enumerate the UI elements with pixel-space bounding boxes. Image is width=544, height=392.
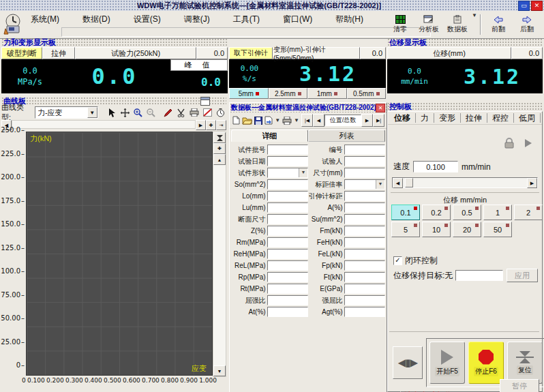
field-input[interactable]: ▼ [344, 272, 385, 282]
plot-area[interactable]: 力(kN) 应变 [26, 132, 213, 376]
field-input[interactable]: ▼ [267, 249, 308, 259]
data-tab[interactable]: 列表 [308, 130, 385, 142]
field-input[interactable]: ▼ [344, 214, 385, 224]
tensile-mode-button[interactable]: 拉伸 [42, 47, 75, 59]
field-input[interactable]: ▼ [267, 214, 308, 224]
close-button[interactable]: ✕ [531, 1, 543, 11]
nav-prev-icon[interactable]: ◀ [313, 114, 324, 127]
speed-preset-button[interactable]: 0.2 [422, 205, 451, 220]
minimize-button[interactable]: ▭ [518, 1, 530, 11]
timer-icon[interactable] [215, 107, 226, 118]
hscroll-track[interactable] [12, 120, 196, 129]
range-tab[interactable]: 2.5mm [269, 88, 308, 99]
data-board-button[interactable]: 数据板 [443, 12, 472, 37]
field-input[interactable]: ▼ [344, 307, 385, 317]
field-input[interactable]: ▼ [344, 145, 385, 155]
zoom-vertical-icon[interactable]: ✚ [213, 143, 226, 154]
field-input[interactable]: ▼ [267, 226, 308, 236]
nav-first-icon[interactable]: |◀ [301, 114, 313, 127]
slider-thumb[interactable] [405, 178, 413, 187]
export-dropdown-icon[interactable]: ▼ [275, 117, 280, 123]
field-input[interactable]: ▼ [344, 191, 385, 201]
data-tab[interactable]: 详细 [231, 130, 308, 142]
analysis-board-button[interactable]: 分析板 [414, 12, 443, 37]
menu-item[interactable]: 工具(T) [231, 13, 262, 26]
curve-hscrollbar[interactable]: ◀ ▶ ✚ ⇥ [1, 120, 226, 129]
hold-target-input[interactable] [455, 270, 503, 281]
nav-last-icon[interactable]: ▶| [373, 114, 384, 127]
field-input[interactable]: ▼ [344, 226, 385, 236]
open-file-icon[interactable] [242, 115, 252, 126]
apply-button[interactable]: 应用 [507, 269, 538, 282]
scroll-down-icon[interactable]: ▼ [213, 365, 226, 376]
clear-zero-button[interactable]: 清零 [386, 12, 414, 37]
menu-item[interactable]: 窗口(W) [281, 13, 314, 26]
break-judge-button[interactable]: 破型判断 [1, 47, 42, 59]
zoom-in-icon[interactable] [132, 107, 144, 118]
field-input[interactable]: ▼ [344, 156, 385, 166]
print-icon[interactable] [188, 107, 200, 118]
control-tab[interactable]: 变形 [434, 113, 461, 123]
speed-preset-button[interactable]: 50 [483, 222, 512, 237]
menu-item[interactable]: 系统(M) [29, 13, 61, 26]
field-input[interactable]: ▼ [267, 145, 308, 155]
speed-preset-button[interactable]: 1 [483, 205, 512, 220]
data-panel-close-icon[interactable]: ✕ [376, 104, 385, 112]
board-dropdown-icon[interactable]: ▼ [472, 12, 477, 37]
start-button[interactable]: 开始F5 [429, 342, 465, 384]
field-input[interactable]: ▼ [267, 237, 308, 247]
speed-slider[interactable]: ◀ ▶ [392, 177, 538, 188]
speed-preset-button[interactable]: 10 [422, 222, 451, 237]
pen-tool-icon[interactable] [162, 107, 174, 118]
field-input[interactable]: ▼ [267, 179, 308, 190]
field-input[interactable]: ▼ [344, 168, 385, 178]
curve-type-select[interactable]: 力-应变 ▼ [35, 106, 98, 119]
field-input[interactable]: ▼ [267, 156, 308, 166]
zoom-out-icon[interactable] [145, 107, 157, 118]
data-print-icon[interactable] [282, 115, 292, 126]
jog-button[interactable]: ◀▮▶ [393, 346, 423, 379]
range-tab[interactable]: 5mm [229, 88, 269, 99]
range-tab[interactable]: 1mm [307, 88, 347, 99]
field-input[interactable]: ▼ [267, 202, 308, 213]
stop-button[interactable]: 停止F6 [468, 342, 504, 384]
field-input[interactable]: ▼ [344, 202, 385, 213]
speed-input[interactable]: 0.100 [413, 161, 458, 172]
control-tab[interactable]: 拉伸 [461, 113, 487, 123]
control-tab[interactable]: 力 [416, 113, 434, 123]
field-input[interactable]: ▼ [267, 307, 308, 317]
play-small-icon[interactable] [524, 138, 532, 148]
speed-preset-button[interactable]: 2 [514, 205, 543, 220]
field-input[interactable]: ▼ [267, 191, 308, 201]
field-input[interactable]: ▼ [267, 260, 308, 271]
closed-loop-checkbox[interactable]: ✓ [393, 256, 402, 265]
peak-label[interactable]: 峰 值 [170, 59, 228, 71]
remove-extensometer-button[interactable]: 取下引伸计 [229, 47, 273, 59]
print-dropdown-icon[interactable]: ▼ [294, 117, 299, 123]
slider-left-icon[interactable]: ◀ [393, 178, 403, 188]
save-icon[interactable] [254, 115, 262, 126]
move-tool-icon[interactable] [119, 107, 131, 118]
field-input[interactable]: ▼ [344, 260, 385, 271]
control-tab[interactable]: 程控 [487, 113, 514, 123]
dropdown-icon[interactable]: ▼ [299, 168, 307, 177]
slider-right-icon[interactable]: ▶ [527, 178, 537, 188]
speed-preset-button[interactable]: 20 [453, 222, 481, 237]
field-input[interactable]: ▼ [344, 237, 385, 247]
scissors-icon[interactable] [175, 107, 187, 118]
menu-item[interactable]: 数据(D) [80, 13, 112, 26]
clear-curve-icon[interactable] [202, 107, 213, 118]
field-input[interactable]: ▼ [344, 179, 385, 190]
field-input[interactable]: ▼ [344, 295, 385, 305]
menu-item[interactable]: 调整(J) [182, 13, 212, 26]
nav-next-icon[interactable]: ▶ [361, 114, 373, 127]
prev-page-button[interactable]: 前翻 [484, 12, 513, 37]
field-input[interactable]: ▼ [344, 249, 385, 259]
reset-button[interactable]: 复位 [507, 342, 543, 384]
field-input[interactable]: ▼ [267, 168, 308, 178]
range-tab[interactable]: 0.5mm [347, 88, 387, 99]
curve-vscrollbar[interactable]: ✚ ▲ ▼ [213, 132, 226, 377]
cursor-tool-icon[interactable] [106, 107, 117, 118]
menu-item[interactable]: 帮助(H) [333, 13, 365, 26]
next-page-button[interactable]: 后翻 [513, 12, 541, 37]
